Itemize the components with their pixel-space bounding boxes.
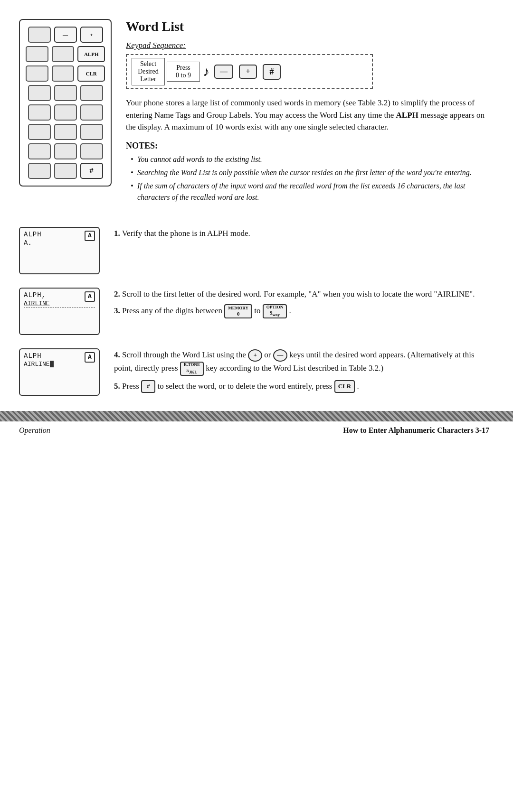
- key-clr: CLR: [77, 65, 105, 82]
- key-5-tone: R.TONE5JKL: [180, 362, 204, 376]
- step-1-indicator: A: [85, 231, 95, 241]
- step-2-indicator: A: [85, 291, 95, 302]
- key-blank-14: [80, 124, 103, 140]
- key-blank-7: [54, 85, 77, 101]
- cursor-icon: [50, 361, 54, 367]
- key-clr-step5: CLR: [334, 380, 355, 393]
- notes-section: NOTES: You cannot add words to the exist…: [126, 141, 489, 203]
- notes-list: You cannot add words to the existing lis…: [126, 154, 489, 203]
- key-blank-10: [54, 104, 77, 121]
- footer: Operation How to Enter Alphanumeric Char…: [19, 421, 489, 435]
- key-blank-12: [28, 124, 51, 140]
- seq-select-desired-letter: Select Desired Letter: [132, 58, 165, 85]
- step-2-row: A ALPH, AIRLINE 2. Scroll to the first l…: [19, 288, 489, 335]
- bottom-bar: [0, 411, 513, 421]
- key-blank-1: [28, 27, 51, 43]
- key-option-9: OPTION9way: [263, 304, 287, 318]
- page-title: Word List: [126, 19, 489, 34]
- key-minus-top: —: [54, 27, 77, 43]
- key-blank-5: [52, 65, 75, 82]
- step-1-text: 1. Verify that the phone is in ALPH mode…: [114, 227, 489, 240]
- seq-key-hash: #: [263, 64, 281, 80]
- step-2-text-a: 2. Scroll to the first letter of the des…: [114, 288, 489, 300]
- step-3-text: 3. Press any of the digits between MEMOR…: [114, 304, 489, 318]
- notes-title: NOTES:: [126, 141, 489, 151]
- key-blank-8: [80, 85, 103, 101]
- body-text: Your phone stores a large list of common…: [126, 97, 489, 133]
- key-blank-6: [28, 85, 51, 101]
- step-4-text: 4. Scroll through the Word List using th…: [114, 348, 489, 376]
- step-4-indicator: A: [85, 352, 95, 363]
- steps-section: A ALPH A. 1. Verify that the phone is in…: [19, 227, 489, 397]
- footer-right: How to Enter Alphanumeric Characters 3-1…: [343, 426, 489, 435]
- seq-key-plus: +: [239, 65, 257, 79]
- key-blank-2: [26, 46, 48, 62]
- key-blank-9: [28, 104, 51, 121]
- key-hash-main: #: [80, 163, 103, 179]
- page: — + ALPH CLR: [0, 0, 513, 454]
- sequence-diagram: Select Desired Letter Press 0 to 9 ♪ — +…: [126, 54, 373, 89]
- step-4-display: A ALPH AIRLINE: [19, 348, 100, 396]
- key-blank-15: [28, 143, 51, 159]
- key-blank-16: [54, 143, 77, 159]
- footer-left: Operation: [19, 426, 50, 435]
- key-blank-13: [54, 124, 77, 140]
- key-memory-0: MEMORY0: [224, 304, 252, 318]
- step-1-display: A ALPH A.: [19, 227, 100, 274]
- top-section: — + ALPH CLR: [19, 19, 489, 213]
- step-2-content: 2. Scroll to the first letter of the des…: [114, 288, 489, 322]
- step-4-row: A ALPH AIRLINE 4. Scroll through the Wor…: [19, 348, 489, 397]
- step-4-content: 4. Scroll through the Word List using th…: [114, 348, 489, 397]
- note-item-3: If the sum of characters of the input wo…: [131, 180, 489, 203]
- key-blank-3: [52, 46, 75, 62]
- key-plus-top: +: [80, 27, 103, 43]
- step-1-row: A ALPH A. 1. Verify that the phone is in…: [19, 227, 489, 274]
- key-blank-4: [26, 65, 48, 82]
- content-area: Word List Keypad Sequence: Select Desire…: [126, 19, 489, 213]
- step-5-text: 5. Press # to select the word, or to del…: [114, 380, 489, 393]
- key-alph: ALPH: [77, 46, 105, 62]
- seq-arrow-1: ♪: [203, 64, 209, 79]
- key-blank-11: [80, 104, 103, 121]
- step-1-content: 1. Verify that the phone is in ALPH mode…: [114, 227, 489, 243]
- key-plus-circle: +: [248, 349, 262, 362]
- step-2-display: A ALPH, AIRLINE: [19, 288, 100, 335]
- key-hash-step5: #: [141, 380, 155, 393]
- note-item-2: Searching the Word List is only possible…: [131, 167, 489, 178]
- key-blank-19: [54, 163, 77, 179]
- seq-press-0-to-9: Press 0 to 9: [167, 62, 200, 82]
- key-blank-18: [28, 163, 51, 179]
- key-blank-17: [80, 143, 103, 159]
- seq-key-minus: —: [214, 65, 233, 79]
- sequence-label: Keypad Sequence:: [126, 41, 489, 50]
- note-item-1: You cannot add words to the existing lis…: [131, 154, 489, 165]
- key-minus-circle: —: [273, 349, 287, 362]
- keypad-diagram: — + ALPH CLR: [19, 19, 112, 187]
